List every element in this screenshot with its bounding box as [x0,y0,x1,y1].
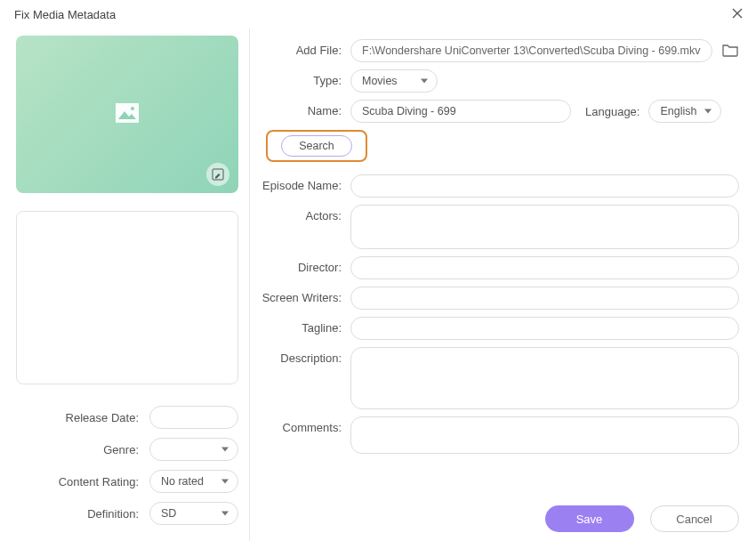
titlebar: Fix Media Metadata [0,0,756,28]
release-date-label: Release Date: [16,411,149,424]
tagline-label: Tagline: [257,317,350,335]
definition-select[interactable]: SD [149,502,238,525]
chevron-down-icon [221,448,229,452]
description-label: Description: [257,347,350,365]
content-rating-value: No rated [161,475,204,488]
folder-icon [721,42,739,58]
definition-value: SD [161,507,176,520]
right-panel: Add File: F:\Wondershare UniConverter 13… [250,28,756,541]
window-title: Fix Media Metadata [14,8,116,21]
secondary-thumbnail-box [16,211,238,384]
browse-folder-button[interactable] [721,42,739,61]
description-input[interactable] [350,347,739,409]
actors-label: Actors: [257,205,350,222]
language-label: Language: [580,105,639,118]
search-highlight: Search [266,130,367,162]
release-date-input[interactable] [149,406,238,429]
definition-label: Definition: [16,507,149,521]
content-rating-label: Content Rating: [16,475,149,489]
director-label: Director: [257,256,350,274]
tagline-input[interactable] [350,317,739,340]
chevron-down-icon [221,480,229,484]
content-rating-select[interactable]: No rated [149,470,238,493]
genre-select[interactable] [149,438,238,461]
search-button-label: Search [299,140,334,152]
comments-label: Comments: [257,416,350,434]
close-icon[interactable] [731,7,744,22]
actors-input[interactable] [350,205,739,249]
name-label: Name: [257,100,350,117]
add-file-path[interactable]: F:\Wondershare UniConverter 13\Converted… [350,39,712,62]
chevron-down-icon [421,79,428,84]
cancel-button-label: Cancel [676,513,712,526]
director-input[interactable] [350,256,739,279]
pencil-icon [212,168,224,181]
type-label: Type: [257,69,350,87]
language-select[interactable]: English [648,100,721,123]
type-select[interactable]: Movies [350,69,438,93]
screen-writers-input[interactable] [350,287,739,310]
svg-point-2 [131,107,134,110]
cancel-button[interactable]: Cancel [650,505,739,532]
media-thumbnail [16,36,238,193]
save-button[interactable]: Save [545,505,634,532]
episode-name-input[interactable] [350,174,739,198]
type-value: Movies [362,75,398,87]
episode-name-label: Episode Name: [257,174,350,192]
chevron-down-icon [221,512,229,516]
name-input[interactable] [350,100,571,123]
comments-input[interactable] [350,416,739,454]
screen-writers-label: Screen Writers: [257,287,350,304]
chevron-down-icon [704,109,712,114]
edit-thumbnail-button[interactable] [206,163,229,186]
search-button[interactable]: Search [281,135,352,157]
genre-label: Genre: [16,443,149,456]
left-panel: Release Date: Genre: Content Rating: No … [0,28,250,541]
add-file-label: Add File: [257,39,350,57]
svg-rect-0 [116,103,139,123]
language-value: English [660,105,696,117]
save-button-label: Save [576,513,603,526]
